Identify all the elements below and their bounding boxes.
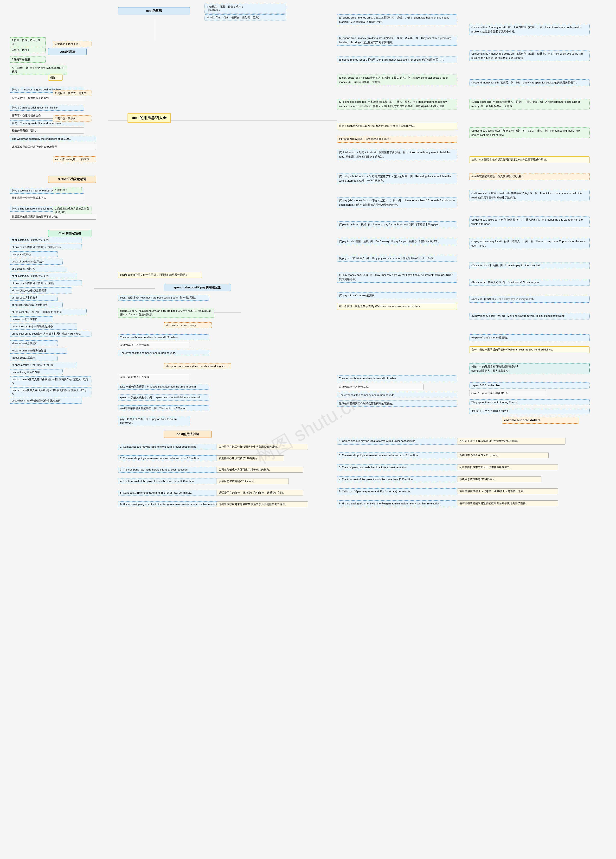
node-yongfa-example-label: 例如： — [48, 75, 63, 81]
node-phrase-10: at no cost以低价;以低价格出售 — [9, 302, 63, 308]
node-yongfa-2: 2.性格、代价： — [9, 47, 46, 53]
node-right-note: 注意：cost还经常在式以及分词都表示(cost,并且是不能够作用法。 — [337, 123, 457, 130]
node-liju-6-cn: 他与里根政府越来越紧密的政治关系几乎使他失去了连任。 — [217, 501, 308, 507]
node-right-spend-main2: (2) spend time / money (in) doing sth. 花… — [469, 50, 589, 61]
node-right-pay3: (3)pay for sb. 替某人还钱. 例：Don't worry! I'l… — [469, 279, 589, 286]
node-not-allowed-eg1-cn: 我们需要一个能计算成本的人 — [9, 195, 84, 201]
node-phrase-14: prime cost prime cost成本 人事成本和原材料成本 的本价格 — [9, 331, 91, 337]
node-liju-right-5: 5. Calls cost 36p (cheap rate) and 48p (… — [337, 488, 457, 495]
node-yongfa-3: 3.法庭诉讼费用： — [9, 56, 46, 62]
node-phrase-15: share of cost分享成本 — [9, 340, 58, 347]
node-liju-6: 6. His increasing alignment with the Rea… — [118, 501, 224, 507]
node-right-pay4: (4)pay sb. 付钱给某人. 例：They pay us every mo… — [469, 296, 589, 303]
node-liju-right-2: 2. The new shopping centre was construct… — [337, 452, 457, 459]
node-liju-4-cn: 该项目总成本将超过2.4亿美元。 — [217, 478, 289, 484]
node-right-spend-main1: (1) spend time / money on sth. 在…上花费时间（或… — [469, 24, 589, 35]
node-sb-spend: sb. spend some money/time on sth./in(n) … — [164, 363, 231, 369]
node-liju-right-6: 6. His increasing alignment with the Rea… — [337, 500, 457, 507]
node-yongfa-1: 1.价格、价钱；费用；成本： — [9, 37, 46, 47]
node-phrase-4: costs of production生产成本 — [9, 259, 63, 265]
node-eg-error: The error cost the company one million p… — [118, 350, 210, 356]
node-right-pay-for2: (2)pay for sth. 付...钱银. 例：I have to pay … — [337, 221, 457, 228]
node-right-spend1: (1) spend time / money on sth. 在…上花费时间（或… — [337, 14, 457, 25]
node-right-spend-main3: (3)spend money for sth. 花钱买... 例：His mon… — [469, 80, 589, 86]
node-liju-5-cn: 通话费用在36便士（优惠费）和48便士（普通费）之间。 — [217, 490, 303, 496]
node-phrase-20: cost sb. dearly使某人花很多钱 使人付出很高的代价 使某人大吃亏头 — [9, 376, 91, 386]
node-mid-car1: The car cost him around ten thousand US … — [337, 375, 457, 382]
node-eg-car: The car cost him around ten thousand US … — [118, 334, 210, 340]
section-cost-liju: cost的用法例句 — [164, 431, 212, 438]
node-cost4-n: 4.cost作costing给出：的成本： — [53, 156, 96, 162]
node-phrase-19: cost of living生活费费用 — [9, 369, 63, 375]
node-cost-yisi-2: vt. 付出代价；估价；使费去；使付出（努力） — [205, 14, 286, 20]
node-not-allowed-1: 1.做价格： — [53, 187, 82, 193]
node-right-pay1: (1) pay (sb.) money for sth. 付钱（给某人…）买..… — [469, 238, 589, 249]
node-liju-right-3-cn: 公司在降低成本方面付出了艰苦卓绝的努力。 — [457, 464, 558, 470]
node-liju-1: 1. Companies are moving jobs to towns wi… — [118, 444, 224, 450]
node-liju-right-5-cn: 通话费用在36便士（优惠费）和48便士（普通费）之间。 — [457, 488, 558, 494]
node-liju-right-1-cn: 各公司正在把工作转移到研究生活费用较低的城镇。 — [457, 438, 566, 445]
node-eg7-cn: 该项工程是由工程师估价为50,000美元 — [9, 144, 96, 150]
node-cost-me-hundred: cost me hundred dollars — [502, 417, 579, 423]
node-phrase-21: cost sb. dear使某人花很多钱 使人付出很高的代价 使某人大吃亏头 — [9, 387, 91, 397]
node-spend-take-intro: cost和spend的词义有什么区别，下面我们简单看一看吧？ — [118, 272, 202, 278]
section-cost-phrases: Cost的固定短语 — [48, 230, 91, 237]
node-liju-right-4-cn: 该项目总成本将超过2.4亿美元。 — [457, 476, 541, 482]
section-cost-yongfa: cost的用法 — [48, 48, 87, 55]
node-phrase-11: at the cost of以...为代价；为此损失 得失 坏 — [9, 309, 87, 315]
node-right-spend3: (3)spend money for sth. 花钱买... 例：His mon… — [337, 56, 457, 63]
mind-map: cost的用法总结大全 cost的意思 v. 价钱为、花费、估价；成本； （法律… — [0, 0, 616, 859]
node-liju-right-4: 4. The total cost of the project would b… — [337, 476, 457, 483]
node-right-pay-for4: (4)pay sb. 付钱给某人. 例：They pay us ev ery m… — [337, 255, 457, 262]
node-right-walkman2: 在一个街道一家明近的手表My Walkman cost me two hundr… — [469, 347, 589, 353]
node-right-pay5: (5) pay money back 还钱. 例：May I borrow fr… — [469, 313, 589, 319]
node-right-walkman: 在一个街道一家明近的手表My Walkman cost me two hundr… — [337, 303, 457, 310]
node-liju-2: 2. The new shopping centre was construct… — [118, 455, 224, 461]
node-right-pay6: (6) pay off one's money还清钱。 — [469, 334, 589, 341]
node-phrase-7: at any cost不惜任何代价地 无论如何 — [9, 280, 82, 286]
node-mid-error: The error cost the company one million p… — [337, 392, 457, 398]
node-cost3-n: 1.表示价：表示价： — [53, 116, 91, 122]
node-right-costs-main2: (2) doing sth. costs (sb.) = 和施某事(花费) 花了… — [469, 128, 589, 138]
node-right-tech-costs: (1)sch. costs (sb.) = costs/带给某人（花费）：损失 … — [337, 75, 457, 85]
node-spend-eg2: spend 一般是人做主语。例：I spend an ho ur to fini… — [118, 395, 210, 400]
node-phrase-8: at cost按成本价格;按原价出售 — [9, 287, 72, 294]
node-right-pay-off: (6) pay off one's money还清钱。 — [337, 292, 457, 299]
node-right-it-takes: (1) It takes sb. + 时间 + to do sth. 很某某花了… — [337, 149, 457, 160]
node-right-take-heading: take做花费能双宾语，后文的成语以下几种： — [337, 136, 457, 143]
node-right-pay-for1: (1) pay (sb.) money for sth. 付钱（给某人…）买..… — [337, 197, 457, 208]
node-sth-cost: sth. cost sb. some money： — [164, 322, 212, 328]
node-liju-4: 4. The total cost of the project would b… — [118, 478, 224, 484]
node-liju-5: 5. Calls cost 36p (cheap rate) and 48p (… — [118, 490, 224, 496]
central-node: cost的用法总结大全 — [128, 113, 171, 123]
section-cost-not-allowed: 3.Cost不为及物动词 — [48, 176, 96, 183]
node-mid-spend-100: I spent $100 on the bike. — [469, 383, 589, 389]
node-phrase-13: count the cost考虑一切后果;做准备 — [9, 323, 77, 330]
node-mid-spend-europe: They spent three month touring Europe. — [469, 399, 589, 405]
node-right-spend2: (2) spend time / money (in) doing sth. 花… — [337, 35, 457, 46]
section-cost-yisi: cost的意思 — [118, 7, 190, 14]
node-liju-3: 3. The company has made heroic efforts a… — [118, 467, 224, 473]
node-phrase-17: labour cost人工成本 — [9, 355, 58, 361]
node-cost2-n: 2.使付出；使失去；使失去： — [53, 90, 91, 96]
node-phrase-9: at half cost以半价出售 — [9, 295, 58, 301]
node-liju-3-cn: 公司在降低成本方面付出了艰苦卓绝的努力。 — [217, 467, 303, 473]
node-spend-example: spend...花多少少(花 spend 2 yuan b uy the boo… — [118, 308, 214, 318]
node-phrase-3: cost price成本价 — [9, 251, 58, 258]
node-liju-right-2-cn: 新购物中心建设花费了110万美元。 — [457, 452, 549, 458]
node-eg-car-cn: 这辆汽车他一万美元左右。 — [118, 342, 190, 348]
node-right-pay-back: (5) pay money back 还钱. 例：May I bor row f… — [337, 272, 457, 283]
node-cost-example: cost...花费(多少)How much the book costs 2 y… — [118, 295, 210, 301]
node-eg3: 例句：Careless driving cost him his life. — [9, 105, 84, 111]
node-phrase-1: at all costs不惜代价地;无论如何 — [9, 237, 82, 243]
node-right-doing-costs: (2) doing sth. costs (sb.) = 和施某事(花费) 花了… — [337, 98, 457, 109]
node-phrase-5: at a cost 在花费 花… — [9, 266, 67, 272]
node-eg5-cn: 礼貌并需费些太取以大 — [9, 128, 84, 133]
node-liju-2-cn: 新购物中心建设花费了110万美元。 — [217, 455, 284, 461]
node-not-allowed-eg4-cn: 超居室家的这项家具真的贵不了多少钱。 — [9, 214, 96, 220]
node-eg7: The work was costed by the engineers at … — [9, 136, 96, 142]
node-cost-yisi-1: v. 价钱为、花费、估价；成本； （法律用语） — [205, 4, 286, 14]
node-eg-company: 这家公司花费了四万元钱。 — [118, 374, 190, 380]
node-phrase-16: know to ones cost深刻地知道 — [9, 348, 67, 354]
node-phrase-18: to ones cost付出代价地;以付代价地 — [9, 362, 77, 368]
